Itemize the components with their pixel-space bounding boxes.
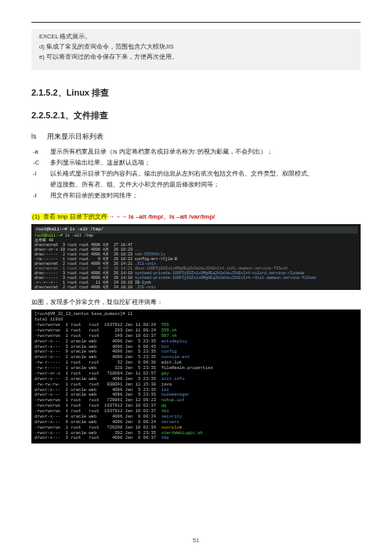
caption-abnormal: 如图，发现多个异常文件，疑似挖矿程序病毒： xyxy=(31,298,361,306)
heading-file-check: 2.2.5.2.1、文件排查 xyxy=(31,110,361,121)
ls-options-table: -a显示所有档案及目录（ls 内定将档案名或目录名称为'.'的视为影藏，不会列出… xyxy=(33,147,314,201)
hl-zh: 查看 tmp 目录下的文件 xyxy=(41,213,108,220)
grey-item-e: e) 可以将查询过的命令保存下来，方便再次使用。 xyxy=(39,53,353,63)
opt-t: 用文件和目录的更改时间排序； xyxy=(50,190,314,201)
grey-item-d: d) 集成了常见的查询命令，范围包含六大模块JIS xyxy=(39,42,353,53)
page-number: 51 xyxy=(0,538,392,543)
ls-head: ls 用来显示目标列表 xyxy=(31,132,361,142)
top-rule xyxy=(31,22,361,23)
excel-grey-box: EXCEL 格式展示。 d) 集成了常见的查询命令，范围包含六大模块JIS e)… xyxy=(31,29,361,70)
heading-linux: 2.1.5.2、Linux 排查 xyxy=(31,87,361,99)
opt-l-1: 以长格式显示目录下的内容列表。输出的信息从左到右依次包括文件名、文件类型、权限模… xyxy=(50,168,314,179)
ls-cmd: ls xyxy=(31,132,45,140)
ls-desc: 用来显示目标列表 xyxy=(47,132,103,140)
hl-cmd: ls –alt /tmp/、ls –alt /var/tmp/ xyxy=(127,213,215,220)
grey-line0: EXCEL 格式展示。 xyxy=(39,32,353,42)
terminal-centos: [root@VM_32_13_centos base_domain]# ll t… xyxy=(31,310,361,444)
terminal-kali: root@kali:~# ls -alt /tmp/root@kali:~# l… xyxy=(31,224,361,290)
hl-num: (1) xyxy=(31,213,41,220)
opt-C: 多列显示输出结果。这是默认选项； xyxy=(50,158,314,168)
opt-a: 显示所有档案及目录（ls 内定将档案名或目录名称为'.'的视为影藏，不会列出）； xyxy=(50,147,314,158)
opt-l-2: 硬连接数、所有者、组、文件大小和文件的最后修改时间等； xyxy=(50,179,314,190)
highlight-line: (1) 查看 tmp 目录下的文件→→→ ls –alt /tmp/、ls –a… xyxy=(31,212,361,221)
hl-arrows: →→→ xyxy=(108,213,127,220)
